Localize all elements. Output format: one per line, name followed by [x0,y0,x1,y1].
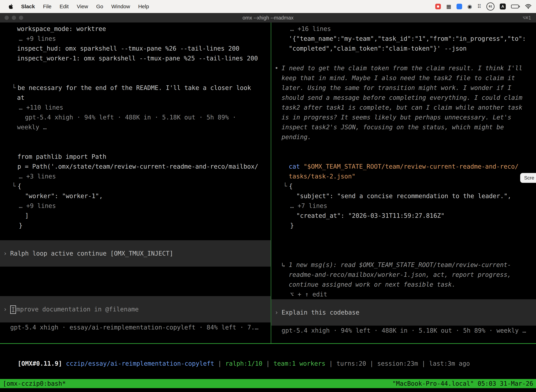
wifi-icon[interactable] [525,4,531,9]
menu-app-name[interactable]: Slack [21,4,35,9]
terminal-window: omx --xhigh --madmax ⌥⌘1 workspace_mode:… [0,13,536,392]
terminal-pane-left[interactable]: workspace_mode: worktree … +9 lines insp… [0,23,271,343]
usage-stats-line: weekly … [0,122,271,132]
dots-grid-icon[interactable]: ⠿ [477,4,481,9]
thinking-line: task2 after task1 is complete, but can I… [271,103,536,112]
terminal-line: inspect_hud: omx sparkshell --tmux-pane … [0,44,271,53]
close-button[interactable] [5,16,9,20]
recording-indicator-icon[interactable] [435,4,441,9]
dial-app-icon[interactable]: ◉ [467,4,472,9]
suggestion-text: Explain this codebase [282,309,359,316]
window-titlebar[interactable]: omx --xhigh --madmax ⌥⌘1 [0,13,536,23]
thinking-line: is in progress? It seems likely but perh… [271,112,536,122]
blue-app-icon[interactable] [456,4,462,9]
terminal-pane-right[interactable]: … +16 lines '{"team_name":"my-team","tas… [271,23,536,343]
chevron-icon: › [3,304,10,314]
omx-version: [OMX#0.11.9] [18,360,62,367]
notice-text: Ralph loop active continue [OMX_TMUX_INJ… [10,250,173,257]
thinking-line: should send a message before completing … [271,93,536,103]
command-line: cat "$OMX_TEAM_STATE_ROOT/team/review-cu… [271,162,536,171]
usage-stats-line: gpt-5.4 xhigh · 94% left · 488K in · 5.1… [0,112,271,122]
json-output-line: ] [0,211,271,221]
code-line: p = Path('.omx/state/team/review-current… [0,162,271,171]
model-status-line: gpt-5.4 xhigh · essay/ai-reimplementatio… [0,322,271,332]
screenshot-notification[interactable]: Scre [520,173,536,183]
tmux-host-clock: "MacBook-Pro-44.local" 05:03 31-Mar-26 [392,379,533,388]
json-output-line: "subject": "send a concise recommendatio… [271,191,536,201]
tmux-status-bar: [omx-cczip0:bash* "MacBook-Pro-44.local"… [0,379,536,388]
command-string: "$OMX_TEAM_STATE_ROOT/team/review-curren… [304,163,518,170]
model-status-line: gpt-5.4 xhigh · 94% left · 488K in · 5.1… [271,326,536,336]
thinking-line: pending. [271,132,536,142]
window-shortcut: ⌥⌘1 [522,15,531,21]
mailbox-message-line: readme-and-reco/mailbox/worker-1.json, a… [271,270,536,280]
collapsed-lines-indicator: … +9 lines [0,201,271,211]
omx-session-path: cczip/essay/ai-reimplementation-copyleft [66,360,214,367]
code-line: from pathlib import Path [0,152,271,162]
omx-team-workers: team:1 workers [273,360,325,367]
menu-item-view[interactable]: View [77,4,88,9]
thinking-line: inspect task2's JSON, focusing on the st… [271,122,536,132]
notice-ralph-loop[interactable]: ›Ralph loop active continue [OMX_TMUX_IN… [0,240,271,267]
menu-bar: Slack File Edit View Go Window Help ▦ ◉ … [0,0,536,13]
battery-icon[interactable] [511,5,520,9]
corner-icon: └ [12,181,18,191]
chevron-icon: › [3,248,10,258]
menu-item-window[interactable]: Window [111,4,130,9]
terminal-cursor: I [10,305,16,314]
mailbox-message-line: ↳1 new msg(s): read $OMX_TEAM_STATE_ROOT… [271,260,536,270]
collapsed-lines-indicator: … +3 lines [0,171,271,181]
omx-session-time: session:23m [377,360,418,367]
command-name: cat [289,163,304,170]
thinking-line: •I need to get the claim token from the … [271,63,536,73]
waiting-status: •Waiting for background terminal (3m 46s… [271,240,536,250]
prompt-input-left[interactable]: ›Improve documentation in @filename [0,296,271,322]
omx-status-line: [OMX#0.11.9]cczip/essay/ai-reimplementat… [3,349,470,359]
json-output-line: "created_at": "2026-03-31T11:59:27.816Z" [271,211,536,221]
corner-icon: └ [12,83,18,93]
apple-menu-icon[interactable] [9,4,13,9]
ran-command-line: •Ran python3 - <<'PY' [0,142,271,152]
command-output-line: at [0,93,271,103]
omx-ralph-counter: ralph:1/10 [225,360,262,367]
edit-hint: ⌥ + ↑ edit [271,289,536,299]
json-output-line: └{ [0,181,271,191]
working-status: •Working (6m 38s • esc to interrupt) [0,276,271,286]
menu-item-edit[interactable]: Edit [60,4,69,9]
command-output-line: └be necessary for the end of the README.… [0,83,271,93]
minimize-button[interactable] [12,16,16,20]
traffic-lights [5,16,23,20]
arrow-icon: ↳ [282,260,289,270]
terminal-line: '{"team_name":"my-team","task_id":"1","f… [271,34,536,44]
omx-turns: turns:20 [336,360,366,367]
zoom-button[interactable] [19,16,23,20]
prompt-placeholder: mprove documentation in @filename [16,306,139,313]
json-output-line: } [0,221,271,230]
ran-command-line: •Ran tmux capture-pane -t %25 -p -S -80 [0,73,271,83]
mailbox-message-line: continue assigned work or next feasible … [271,280,536,289]
window-title: omx --xhigh --madmax [243,15,293,21]
json-output-line: } [271,221,536,230]
omx-last-activity: last:3m ago [429,360,470,367]
window-grid-icon[interactable]: ▦ [446,4,451,9]
collapsed-lines-indicator: … +7 lines [271,201,536,211]
json-output-line: "worker": "worker-1", [0,191,271,201]
command-string: tasks/task-2.json" [271,171,536,181]
collapsed-lines-indicator: … +110 lines [0,103,271,112]
json-output-line: └{ [271,181,536,191]
menu-item-file[interactable]: File [43,4,51,9]
ran-command-line: •Ran set -euo pipefail [271,152,536,162]
keyboard-input-icon[interactable]: A [500,4,506,9]
collapsed-lines-indicator: … +16 lines [271,24,536,34]
menu-item-help[interactable]: Help [138,4,149,9]
thinking-line: keep that in mind. Maybe I also need the… [271,73,536,83]
battery-percent-icon[interactable]: 61 [486,2,494,10]
bullet-icon: • [275,63,282,73]
prompt-suggestion-explain[interactable]: ›Explain this codebase [271,299,536,326]
tmux-session-name[interactable]: [omx-cczip0:bash* [3,379,66,388]
terminal-line: "completed","claim_token":"claim-token"}… [271,44,536,53]
menu-item-go[interactable]: Go [96,4,103,9]
terminal-line: workspace_mode: worktree [0,24,271,34]
collapsed-lines-indicator: … +9 lines [0,34,271,44]
chevron-icon: › [275,308,282,317]
